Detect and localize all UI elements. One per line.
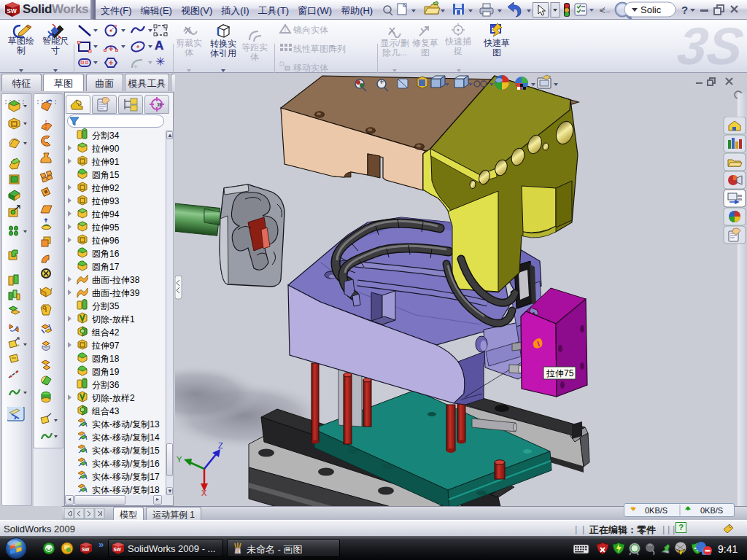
- svg-text:SW: SW: [114, 547, 122, 552]
- svg-text:⋞..: ⋞..: [599, 5, 610, 14]
- svg-text:SW: SW: [7, 7, 18, 15]
- svg-text:SW: SW: [82, 547, 90, 552]
- svg-text:Solic: Solic: [640, 4, 662, 15]
- svg-text:?: ?: [681, 4, 688, 16]
- svg-text:X: X: [201, 489, 207, 497]
- svg-text:Y: Y: [177, 455, 182, 464]
- svg-text:!: !: [679, 549, 681, 554]
- svg-text:拉伸75: 拉伸75: [546, 368, 574, 378]
- svg-text:Z: Z: [218, 441, 223, 450]
